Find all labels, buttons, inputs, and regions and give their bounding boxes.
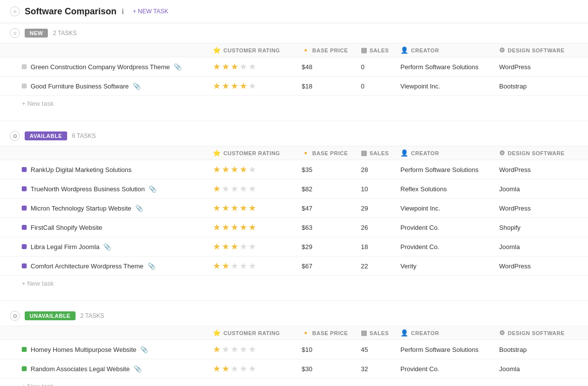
- star: ★: [231, 82, 238, 90]
- section-collapse-available[interactable]: ⊙: [10, 131, 20, 141]
- star: ★: [222, 204, 230, 213]
- design-software: WordPress: [499, 262, 578, 270]
- section-badge-unavailable: UNAVAILABLE: [25, 311, 76, 320]
- new-task-row[interactable]: + New task: [0, 379, 588, 386]
- star: ★: [222, 242, 230, 251]
- price-col-icon: 🔸: [302, 46, 310, 54]
- table-row[interactable]: TrueNorth Wordpress Business Solution 📎 …: [0, 179, 588, 199]
- attachment-icon: 📎: [134, 365, 142, 373]
- star: ★: [231, 261, 238, 270]
- task-name: RankUp Digital Marketing Solutions: [31, 166, 131, 173]
- star: ★: [222, 184, 230, 193]
- section-badge-new: NEW: [25, 29, 48, 38]
- task-dot: [22, 64, 27, 69]
- star: ★: [248, 82, 256, 90]
- task-dot: [22, 366, 27, 371]
- col-name: [22, 46, 213, 54]
- new-task-row[interactable]: + New task: [0, 276, 588, 291]
- page-title: Software Comparison: [25, 6, 117, 17]
- star-rating: ★★★★★: [213, 204, 302, 213]
- section-new: ○ NEW 2 TASKS ⭐CUSTOMER RATING 🔸BASE PRI…: [0, 23, 588, 121]
- sales-col-icon: ▤: [361, 329, 367, 337]
- price-col-icon: 🔸: [302, 149, 310, 157]
- task-name: Micron Technology Startup Website: [31, 205, 131, 212]
- star-rating: ★★★★★: [213, 62, 302, 71]
- creator-name: Provident Co.: [400, 224, 499, 231]
- table-row[interactable]: Random Associates Legal Website 📎 ★★★★★ …: [0, 359, 588, 379]
- task-dot: [22, 186, 27, 191]
- col-customer-rating: ⭐CUSTOMER RATING: [213, 46, 302, 54]
- table-row[interactable]: Green Construction Company Wordpress The…: [0, 57, 588, 77]
- section-spacer: [0, 291, 588, 301]
- design-software: Joomla: [499, 243, 578, 251]
- star: ★: [248, 364, 256, 373]
- info-icon[interactable]: ℹ: [121, 7, 124, 15]
- star: ★: [248, 242, 256, 251]
- sales-count: 0: [361, 63, 400, 71]
- new-task-row[interactable]: + New task: [0, 96, 588, 111]
- star-col-icon: ⭐: [213, 46, 221, 54]
- base-price: $63: [302, 224, 361, 231]
- collapse-button[interactable]: ○: [10, 6, 20, 16]
- creator-name: Viewpoint Inc.: [400, 205, 499, 212]
- task-name-cell: Homey Homes Multipurpose Website 📎: [22, 346, 213, 353]
- design-software: Bootstrap: [499, 83, 578, 90]
- table-row[interactable]: Good Furniture Business Software 📎 ★★★★★…: [0, 77, 588, 96]
- table-row[interactable]: Homey Homes Multipurpose Website 📎 ★★★★★…: [0, 340, 588, 359]
- section-available: ⊙ AVAILABLE 6 TASKS ⭐CUSTOMER RATING 🔸BA…: [0, 126, 588, 301]
- star: ★: [239, 82, 247, 90]
- col-name: [22, 329, 213, 337]
- design-software: WordPress: [499, 205, 578, 212]
- star: ★: [231, 242, 238, 251]
- software-col-icon: ⚙: [499, 149, 506, 157]
- star: ★: [231, 223, 238, 232]
- creator-name: Perform Software Solutions: [400, 346, 499, 353]
- section-task-count-unavailable: 2 TASKS: [80, 312, 104, 319]
- star-rating: ★★★★★: [213, 82, 302, 90]
- section-collapse-unavailable[interactable]: ⊙: [10, 311, 20, 321]
- star: ★: [248, 223, 256, 232]
- new-task-button[interactable]: + NEW TASK: [129, 6, 172, 17]
- task-name: Random Associates Legal Website: [31, 365, 130, 373]
- section-badge-available: AVAILABLE: [25, 131, 67, 140]
- section-header-unavailable: ⊙ UNAVAILABLE 2 TASKS: [0, 306, 588, 326]
- table-row[interactable]: Libra Legal Firm Joomla 📎 ★★★★★ $29 18 P…: [0, 237, 588, 257]
- task-name-cell: Green Construction Company Wordpress The…: [22, 63, 213, 71]
- base-price: $48: [302, 63, 361, 71]
- sales-col-icon: ▤: [361, 46, 367, 54]
- star: ★: [248, 165, 256, 174]
- col-base-price: 🔸BASE PRICE: [302, 46, 361, 54]
- attachment-icon: 📎: [174, 63, 182, 71]
- star: ★: [213, 345, 221, 354]
- table-row[interactable]: Micron Technology Startup Website 📎 ★★★★…: [0, 199, 588, 218]
- star: ★: [239, 165, 247, 174]
- task-name: Homey Homes Multipurpose Website: [31, 346, 136, 353]
- task-name: Comfort Architecture Wordpress Theme: [31, 262, 144, 270]
- star: ★: [222, 62, 230, 71]
- star-rating: ★★★★★: [213, 364, 302, 373]
- task-name: FirstCall Shopify Website: [31, 224, 102, 231]
- table-row[interactable]: FirstCall Shopify Website ★★★★★ $63 26 P…: [0, 218, 588, 237]
- star: ★: [248, 62, 256, 71]
- section-collapse-new[interactable]: ○: [10, 28, 20, 38]
- task-dot: [22, 347, 27, 352]
- sales-count: 0: [361, 83, 400, 90]
- attachment-icon: 📎: [103, 243, 111, 251]
- base-price: $47: [302, 205, 361, 212]
- task-name-cell: FirstCall Shopify Website: [22, 224, 213, 231]
- table-row[interactable]: Comfort Architecture Wordpress Theme 📎 ★…: [0, 257, 588, 276]
- table-row[interactable]: RankUp Digital Marketing Solutions ★★★★★…: [0, 160, 588, 179]
- design-software: Bootstrap: [499, 346, 578, 353]
- base-price: $82: [302, 185, 361, 193]
- base-price: $35: [302, 166, 361, 173]
- star: ★: [213, 364, 221, 373]
- attachment-icon: 📎: [148, 262, 156, 270]
- task-dot: [22, 167, 27, 172]
- star-rating: ★★★★★: [213, 261, 302, 270]
- star-col-icon: ⭐: [213, 329, 221, 337]
- sales-count: 18: [361, 243, 400, 251]
- price-col-icon: 🔸: [302, 329, 310, 337]
- star: ★: [231, 165, 238, 174]
- base-price: $10: [302, 346, 361, 353]
- col-design-software: ⚙DESIGN SOFTWARE: [499, 149, 578, 157]
